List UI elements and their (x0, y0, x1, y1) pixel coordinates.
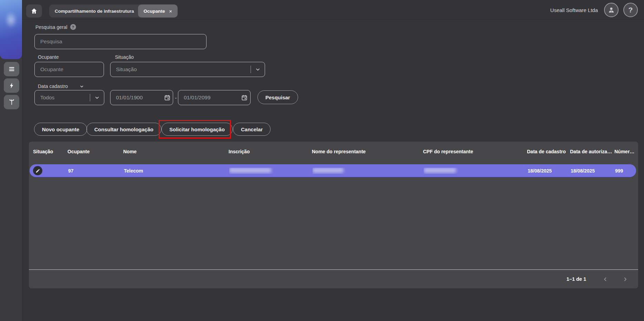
column-header-nome-representante[interactable]: Nome do representante (312, 149, 423, 154)
tab-close-icon[interactable]: × (169, 9, 172, 14)
topbar-right-cluster: Useall Software Ltda ? (550, 0, 638, 20)
pesquisa-geral-field (34, 34, 207, 49)
consultar-homologacao-button[interactable]: Consultar homologação (86, 123, 161, 136)
antenna-tower-icon (8, 99, 15, 106)
home-icon (31, 8, 38, 14)
tab-ocupante[interactable]: Ocupante × (138, 4, 178, 18)
edit-row-button[interactable] (33, 166, 42, 175)
date-range-separator: - (175, 95, 177, 101)
calendar-icon[interactable] (239, 94, 250, 101)
cell-data-cadastro: 18/08/2025 (528, 168, 571, 174)
cell-nome-representante-redacted (313, 168, 424, 174)
cancelar-button[interactable]: Cancelar (233, 123, 271, 136)
lightning-icon (8, 82, 15, 89)
novo-ocupante-button[interactable]: Novo ocupante (34, 123, 87, 136)
date-from-input[interactable] (110, 90, 161, 105)
sidebar (0, 0, 22, 321)
ocupante-input[interactable] (35, 62, 104, 77)
next-page-button[interactable] (620, 274, 630, 284)
pesquisa-geral-label-text: Pesquisa geral (35, 24, 67, 30)
chevron-down-icon (80, 84, 84, 89)
tab-label: Ocupante (144, 9, 165, 14)
table-row[interactable]: 97 Telecom 18/08/2025 18/08/2025 999 (30, 164, 636, 177)
chevron-down-icon[interactable] (251, 67, 265, 72)
sidebar-modules-button[interactable] (4, 78, 19, 93)
solicitar-homologacao-button[interactable]: Solicitar homologação (161, 123, 233, 136)
date-to-input[interactable] (178, 90, 239, 105)
tab-label: Compartilhamento de infraestrutura (55, 9, 134, 14)
date-from-field (110, 90, 173, 105)
cell-numero: 999 (615, 168, 636, 174)
column-header-nome[interactable]: Nome (123, 149, 229, 154)
cell-inscricao-redacted (229, 168, 313, 174)
cell-cpf-representante-redacted (424, 168, 528, 174)
column-header-inscricao[interactable]: Inscrição (229, 149, 312, 154)
cell-ocupante: 97 (68, 168, 124, 174)
pesquisa-input[interactable] (35, 34, 206, 49)
situacao-label: Situação (115, 54, 134, 60)
cell-data-autorizacao: 18/08/2025 (571, 168, 615, 174)
column-header-cpf-representante[interactable]: CPF do representante (423, 149, 527, 154)
field-help-icon[interactable]: ? (70, 24, 76, 30)
situacao-select[interactable]: Situação (110, 62, 265, 77)
sidebar-antenna-button[interactable] (4, 95, 19, 109)
help-icon: ? (629, 6, 633, 14)
pagination-range-label: 1–1 de 1 (567, 276, 586, 282)
date-to-field (178, 90, 251, 105)
grid-pagination-bar: 1–1 de 1 (29, 269, 638, 288)
data-cadastro-label-text: Data cadastro (38, 84, 68, 89)
pencil-icon (35, 168, 40, 173)
ocupante-label: Ocupante (38, 54, 59, 60)
top-bar: Compartilhamento de infraestrutura × Ocu… (0, 0, 644, 20)
help-button[interactable]: ? (623, 3, 638, 17)
grid-header-row: Situação Ocupante Nome Inscrição Nome do… (29, 142, 638, 162)
ocupante-field (34, 62, 104, 77)
useall-logo (0, 0, 22, 59)
periodo-select[interactable]: Todos (34, 90, 104, 105)
results-grid: Situação Ocupante Nome Inscrição Nome do… (29, 142, 638, 288)
data-cadastro-selector[interactable]: Data cadastro (38, 84, 84, 89)
sidebar-menu-button[interactable] (4, 62, 19, 76)
column-header-data-autorizacao[interactable]: Data de autoriza… (570, 149, 614, 154)
chevron-down-icon[interactable] (90, 95, 104, 100)
user-avatar-icon (607, 6, 615, 14)
situacao-select-value: Situação (110, 66, 251, 73)
column-header-situacao[interactable]: Situação (29, 149, 67, 154)
calendar-icon[interactable] (161, 94, 173, 101)
cell-nome: Telecom (124, 168, 229, 174)
previous-page-button[interactable] (600, 274, 610, 284)
periodo-select-value: Todos (35, 95, 90, 101)
user-avatar-button[interactable] (604, 3, 619, 17)
pesquisar-button[interactable]: Pesquisar (257, 90, 298, 104)
menu-icon (8, 65, 15, 73)
column-header-ocupante[interactable]: Ocupante (67, 149, 123, 154)
app-window: Compartilhamento de infraestrutura × Ocu… (0, 0, 644, 321)
column-header-data-cadastro[interactable]: Data de cadastro (527, 149, 570, 154)
column-header-numero[interactable]: Número … (614, 149, 638, 154)
cell-situacao (30, 166, 68, 175)
tab-compartilhamento[interactable]: Compartilhamento de infraestrutura × (49, 4, 147, 18)
company-name: Useall Software Ltda (550, 7, 598, 13)
home-button[interactable] (26, 4, 42, 18)
pesquisa-geral-label: Pesquisa geral ? (35, 24, 76, 30)
